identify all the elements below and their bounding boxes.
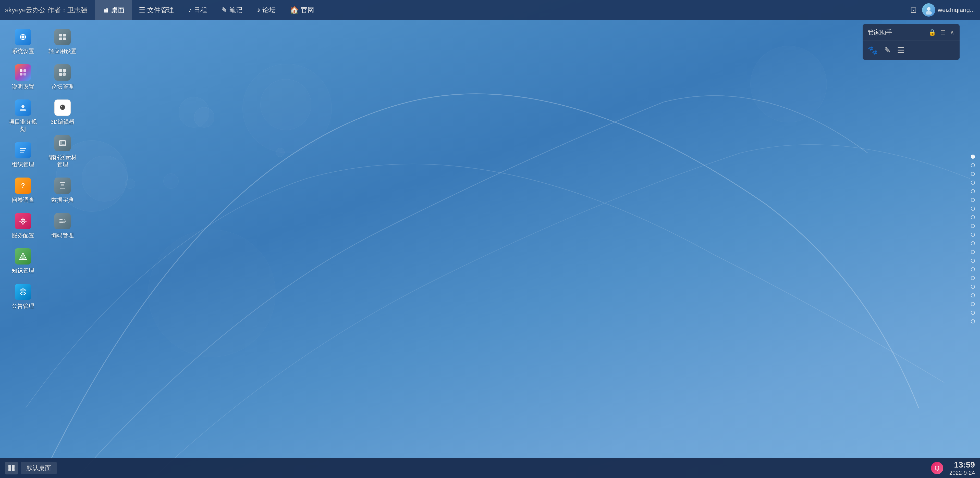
user-menu[interactable]: weizhiqiang...	[922, 3, 975, 17]
official-nav-icon: 🏠	[290, 6, 299, 14]
survey-icon[interactable]: ? 问卷调查	[5, 173, 41, 208]
data-dict-label: 数据字典	[51, 196, 74, 204]
nav-notes-label: 笔记	[229, 6, 242, 14]
fullscreen-icon[interactable]: ⊡	[910, 5, 917, 15]
svg-rect-7	[24, 73, 26, 76]
editor-materials-img	[54, 135, 71, 151]
org-management-img	[15, 142, 31, 159]
taskbar-right: Q 13:59 2022-9-24	[931, 460, 975, 476]
taskbar-date: 2022-9-24	[950, 470, 975, 476]
manager-widget-title: 管家助手	[868, 28, 892, 37]
right-dot-0[interactable]	[971, 154, 975, 159]
forum-management-icon[interactable]: ○ 论坛管理	[45, 60, 80, 95]
nav-official-label: 官网	[301, 6, 314, 14]
right-dot-17[interactable]	[971, 302, 975, 306]
knowledge-icon[interactable]: 知识管理	[5, 244, 41, 279]
code-management-icon[interactable]: 编码管理	[45, 208, 80, 244]
desktop-icons-left: 系统设置 说明设置 项目业务规划	[5, 24, 41, 314]
data-dict-icon[interactable]: 数据字典	[45, 173, 80, 208]
brand-label: skyeye云办公 作者：卫志强	[5, 6, 87, 14]
knowledge-label: 知识管理	[12, 267, 34, 275]
nav-official[interactable]: 🏠 官网	[283, 0, 321, 20]
nav-desktop-label: 桌面	[111, 6, 124, 14]
widget-collapse-btn[interactable]: ∧	[950, 29, 955, 36]
svg-rect-9	[20, 148, 26, 149]
project-plan-label: 项目业务规划	[8, 118, 38, 133]
code-management-label: 编码管理	[51, 232, 74, 239]
right-dot-3[interactable]	[971, 181, 975, 185]
widget-paw-btn[interactable]: 🐾	[868, 45, 878, 55]
right-dot-4[interactable]	[971, 189, 975, 193]
taskbar-clock: 13:59 2022-9-24	[950, 460, 975, 476]
forum-management-img: ○	[54, 64, 71, 81]
svg-rect-5	[24, 69, 26, 72]
widget-edit-btn[interactable]: ✎	[884, 45, 891, 55]
editor-materials-icon[interactable]: 编辑器素材管理	[45, 130, 80, 173]
nav-forum[interactable]: ♪ 论坛	[250, 0, 283, 20]
svg-text:?: ?	[21, 182, 25, 189]
right-dot-15[interactable]	[971, 285, 975, 289]
right-dot-6[interactable]	[971, 206, 975, 211]
system-settings-img	[15, 29, 31, 45]
svg-rect-6	[20, 73, 22, 76]
taskbar-qq-icon[interactable]: Q	[931, 462, 943, 474]
right-dot-12[interactable]	[971, 259, 975, 263]
knowledge-img	[15, 248, 31, 265]
right-dot-13[interactable]	[971, 267, 975, 272]
survey-img: ?	[15, 178, 31, 194]
widget-list-btn[interactable]: ☰	[897, 45, 904, 55]
service-config-icon[interactable]: 服务配置	[5, 208, 41, 244]
svg-rect-58	[12, 468, 14, 471]
svg-point-2	[21, 35, 24, 38]
right-dot-8[interactable]	[971, 224, 975, 228]
right-dot-18[interactable]	[971, 311, 975, 315]
right-dot-11[interactable]	[971, 250, 975, 254]
right-dot-5[interactable]	[971, 198, 975, 202]
nav-calendar[interactable]: ♪ 日程	[181, 0, 214, 20]
project-plan-icon[interactable]: 项目业务规划	[5, 95, 41, 138]
svg-point-14	[22, 221, 24, 222]
svg-rect-10	[20, 150, 25, 151]
system-settings-icon[interactable]: 系统设置	[5, 24, 41, 60]
avatar	[922, 3, 935, 17]
taskbar-start-button[interactable]	[5, 462, 18, 475]
taskbar-desktop-label[interactable]: 默认桌面	[21, 462, 57, 474]
filemanager-nav-icon: ☰	[139, 6, 145, 14]
nav-calendar-label: 日程	[194, 6, 207, 14]
nav-notes[interactable]: ✎ 笔记	[214, 0, 250, 20]
lite-app-settings-icon[interactable]: 轻应用设置	[45, 24, 80, 60]
desc-settings-label: 说明设置	[12, 83, 34, 91]
svg-rect-32	[63, 38, 66, 40]
system-settings-label: 系统设置	[12, 48, 34, 55]
service-config-label: 服务配置	[12, 232, 34, 239]
3d-editor-icon[interactable]: :) 3D编辑器	[45, 95, 80, 130]
widget-lock-btn[interactable]: 🔒	[928, 29, 936, 36]
widget-menu-btn[interactable]: ☰	[940, 29, 946, 36]
desc-settings-icon[interactable]: 说明设置	[5, 60, 41, 95]
right-dot-19[interactable]	[971, 319, 975, 324]
org-management-icon[interactable]: 组织管理	[5, 138, 41, 173]
right-dot-14[interactable]	[971, 276, 975, 280]
right-dot-7[interactable]	[971, 215, 975, 219]
service-config-img	[15, 213, 31, 229]
svg-rect-11	[20, 152, 24, 153]
right-dot-9[interactable]	[971, 233, 975, 237]
3d-editor-img: :)	[54, 100, 71, 116]
manager-widget: 管家助手 🔒 ☰ ∧ 🐾 ✎ ☰	[862, 24, 959, 60]
svg-rect-55	[8, 465, 11, 468]
announcement-icon[interactable]: 公告管理	[5, 279, 41, 314]
right-dot-10[interactable]	[971, 241, 975, 245]
taskbar: 默认桌面 Q 13:59 2022-9-24	[0, 458, 980, 478]
nav-filemanager[interactable]: ☰ 文件管理	[132, 0, 181, 20]
svg-rect-31	[59, 38, 62, 40]
svg-rect-33	[59, 69, 62, 72]
project-plan-img	[15, 100, 31, 116]
notes-nav-icon: ✎	[221, 6, 227, 14]
manager-widget-header: 管家助手 🔒 ☰ ∧	[862, 24, 959, 41]
nav-desktop[interactable]: 🖥 桌面	[95, 0, 132, 20]
data-dict-img	[54, 178, 71, 194]
right-dot-16[interactable]	[971, 293, 975, 297]
right-dot-2[interactable]	[971, 172, 975, 176]
right-dot-1[interactable]	[971, 163, 975, 167]
forum-management-label: 论坛管理	[51, 83, 74, 91]
